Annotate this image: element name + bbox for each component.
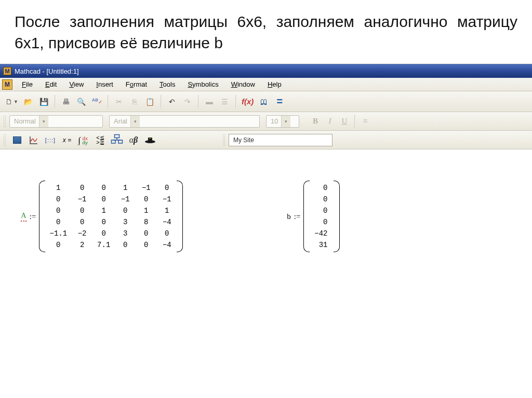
undo-button[interactable]: ↶ [165, 94, 179, 109]
align-left-button[interactable]: ≡ [358, 115, 372, 128]
font-selector[interactable]: Arial ▾ [109, 115, 260, 128]
matrix-cell: 0 [49, 241, 67, 249]
matrix-cell: 0 [49, 195, 67, 203]
worksheet-area[interactable]: A := 1001−100−10−10−100101100038−4−1.1−2… [0, 149, 532, 283]
vector-b: 0000−4231 [303, 181, 340, 252]
matrix-cell: 0 [76, 207, 88, 215]
function-button[interactable]: f(x) [240, 94, 256, 109]
symbolic-toolbar-button[interactable] [142, 133, 158, 147]
cut-button[interactable]: ✂ [112, 94, 126, 109]
new-button[interactable]: 🗋▼ [3, 94, 20, 109]
programming-toolbar-button[interactable] [109, 133, 125, 147]
menubar: M File Edit View Insert Format Tools Sym… [0, 78, 532, 91]
calculus-toolbar-button[interactable]: ∫dxdy [76, 133, 91, 147]
toolbar-separator [354, 115, 355, 128]
bold-button[interactable]: B [309, 115, 322, 128]
matrix-cell: 0 [140, 241, 152, 249]
menu-help[interactable]: Help [261, 79, 288, 89]
matrix-cell: −1 [119, 195, 131, 203]
matrix-cell: −1 [140, 184, 152, 192]
font-value: Arial [114, 117, 127, 125]
unit-button[interactable]: 🕮 [257, 94, 271, 109]
style-value: Normal [14, 117, 36, 125]
vector-cell: −42 [314, 229, 329, 238]
boolean-toolbar-button[interactable]: <≦>≧ [92, 133, 108, 147]
toolbar-grip[interactable] [222, 134, 225, 146]
vector-b-definition[interactable]: b := 0000−4231 [287, 181, 340, 252]
matrix-cell: 7.1 [97, 241, 110, 249]
matrix-cell: 0 [76, 218, 88, 226]
print-button[interactable]: 🖶 [59, 94, 73, 109]
assign-operator: := [294, 212, 301, 221]
greek-toolbar-button[interactable]: αβ [126, 133, 141, 147]
formatting-toolbar: Normal ▾ Arial ▾ 10 ▾ B I U ≡ [0, 112, 532, 131]
open-button[interactable]: 📂 [21, 94, 36, 109]
redo-button[interactable]: ↷ [180, 94, 195, 109]
underline-button[interactable]: U [338, 115, 351, 128]
mathcad-window: M Mathcad - [Untitled:1] M File Edit Vie… [0, 64, 532, 283]
matrix-a-definition[interactable]: A := 1001−100−10−10−100101100038−4−1.1−2… [21, 181, 183, 252]
matrix-cell: −1 [76, 195, 88, 203]
matrix-cell: 8 [140, 218, 152, 226]
align2-button[interactable]: ☰ [218, 94, 232, 109]
calculator-toolbar-button[interactable] [9, 133, 25, 147]
resource-value: My Site [233, 136, 254, 144]
svg-text:∫: ∫ [77, 135, 81, 145]
print-preview-button[interactable]: 🔍 [74, 94, 89, 109]
menu-file[interactable]: File [16, 79, 39, 89]
variable-a: A [21, 211, 26, 222]
graph-toolbar-button[interactable] [26, 133, 42, 147]
size-value: 10 [271, 117, 278, 125]
matrix-cell: 0 [161, 229, 172, 238]
matrix-cell: 1 [49, 184, 67, 192]
matrix-cell: 0 [97, 184, 110, 192]
matrix-cell: 1 [161, 207, 172, 215]
matrix-toolbar-button[interactable]: [:::] [43, 133, 58, 147]
matrix-cell: 0 [97, 195, 110, 203]
align-button[interactable]: ▬ [202, 94, 217, 109]
svg-rect-6 [112, 140, 116, 143]
chevron-down-icon: ▾ [39, 116, 48, 127]
paste-button[interactable]: 📋 [143, 94, 157, 109]
resource-selector[interactable]: My Site [229, 134, 332, 146]
menu-view[interactable]: View [63, 79, 90, 89]
svg-text:dy: dy [83, 140, 88, 145]
svg-rect-3 [115, 134, 119, 138]
menu-symbolics[interactable]: Symbolics [181, 79, 224, 89]
spellcheck-button[interactable]: ᴬᴮ✓ [90, 94, 104, 109]
menu-format[interactable]: Format [119, 79, 153, 89]
matrix-cell: 1 [119, 184, 131, 192]
evaluation-toolbar-button[interactable]: x = [59, 133, 75, 147]
toolbar-grip[interactable] [3, 134, 6, 146]
menu-tools[interactable]: Tools [153, 79, 181, 89]
matrix-cell: 0 [119, 241, 131, 249]
menu-window[interactable]: Window [225, 79, 261, 89]
svg-rect-9 [148, 138, 152, 141]
vector-cell: 0 [314, 184, 329, 192]
matrix-cell: 3 [119, 218, 131, 226]
size-selector[interactable]: 10 ▾ [266, 115, 299, 128]
menu-edit[interactable]: Edit [39, 79, 63, 89]
toolbar-grip[interactable] [3, 115, 6, 128]
math-toolbar: [:::] x = ∫dxdy <≦>≧ αβ My Site [0, 131, 532, 149]
matrix-cell: 0 [140, 229, 152, 238]
style-selector[interactable]: Normal ▾ [9, 115, 103, 128]
evaluate-button[interactable]: = [272, 94, 287, 109]
copy-button[interactable]: ⎘ [127, 94, 142, 109]
matrix-cell: −2 [76, 229, 88, 238]
matrix-cell: 0 [49, 207, 67, 215]
save-button[interactable]: 💾 [37, 94, 51, 109]
matrix-cell: 2 [76, 241, 88, 249]
window-titlebar: M Mathcad - [Untitled:1] [0, 64, 532, 78]
app-icon: M [3, 67, 11, 75]
matrix-cell: 0 [119, 207, 131, 215]
matrix-cell: 0 [97, 229, 110, 238]
matrix-cell: 0 [140, 195, 152, 203]
app-menu-icon[interactable]: M [2, 79, 12, 90]
italic-button[interactable]: I [323, 115, 337, 128]
svg-rect-7 [118, 140, 123, 143]
slide-title: После заполнения матрицы 6х6, заполняем … [0, 0, 532, 61]
matrix-cell: −1.1 [49, 229, 67, 238]
vector-cell: 0 [314, 218, 329, 226]
menu-insert[interactable]: Insert [90, 79, 119, 89]
